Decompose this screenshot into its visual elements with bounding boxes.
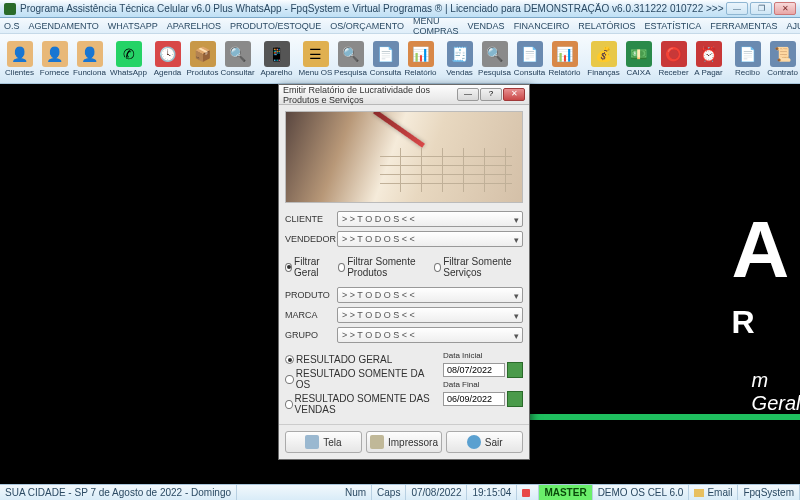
pesquisa-icon: 🔍 — [482, 41, 508, 67]
toolbar-agenda[interactable]: 🕓Agenda — [150, 38, 185, 80]
radio-resultado-os[interactable]: RESULTADO SOMENTE DA OS — [285, 368, 437, 390]
filter-radio-group: Filtrar Geral Filtrar Somente Produtos F… — [285, 253, 523, 281]
radio-resultado-geral[interactable]: RESULTADO GERAL — [285, 354, 437, 365]
minimize-button[interactable]: — — [726, 2, 748, 15]
status-demo: DEMO OS CEL 6.0 — [593, 485, 690, 500]
pesquisa-icon: 🔍 — [338, 41, 364, 67]
window-title: Programa Assistência Técnica Celular v6.… — [20, 3, 726, 14]
toolbar-pesquisa[interactable]: 🔍Pesquisa — [477, 38, 512, 80]
toolbar-whatsapp[interactable]: ✆WhatsApp — [111, 38, 146, 80]
toolbar-finanças[interactable]: 💰Finanças — [586, 38, 621, 80]
marca-label: MARCA — [285, 310, 337, 320]
printer-icon — [370, 435, 384, 449]
toolbar-contrato[interactable]: 📜Contrato — [765, 38, 800, 80]
whatsapp-icon: ✆ — [116, 41, 142, 67]
menu-financeiro[interactable]: FINANCEIRO — [514, 21, 570, 31]
radio-filtrar-produtos[interactable]: Filtrar Somente Produtos — [338, 256, 428, 278]
produto-label: PRODUTO — [285, 290, 337, 300]
agenda-icon: 🕓 — [155, 41, 181, 67]
menu-compras[interactable]: MENU COMPRAS — [413, 16, 459, 36]
finanças-icon: 💰 — [591, 41, 617, 67]
vendedor-label: VENDEDOR — [285, 234, 337, 244]
dialog-minimize-button[interactable]: — — [457, 88, 479, 101]
status-num: Num — [340, 485, 372, 500]
marca-select[interactable]: > > T O D O S < < — [337, 307, 523, 323]
consulta-icon: 📄 — [373, 41, 399, 67]
menu-relatorios[interactable]: RELATÓRIOS — [578, 21, 635, 31]
toolbar-produtos[interactable]: 📦Produtos — [185, 38, 220, 80]
impressora-button[interactable]: Impressora — [366, 431, 443, 453]
radio-filtrar-geral[interactable]: Filtrar Geral — [285, 256, 332, 278]
toolbar-fornece[interactable]: 👤Fornece — [37, 38, 72, 80]
cliente-select[interactable]: > > T O D O S < < — [337, 211, 523, 227]
data-inicial-input[interactable]: 08/07/2022 — [443, 363, 505, 377]
menu-aparelhos[interactable]: APARELHOS — [167, 21, 221, 31]
toolbar-clientes[interactable]: 👤Clientes — [2, 38, 37, 80]
toolbar-caixa[interactable]: 💵CAIXA — [621, 38, 656, 80]
toolbar-menu os[interactable]: ☰Menu OS — [298, 38, 333, 80]
report-dialog: Emitir Relatório de Lucratividade dos Pr… — [278, 84, 530, 460]
toolbar-a pagar[interactable]: ⏰A Pagar — [691, 38, 726, 80]
toolbar-pesquisa[interactable]: 🔍Pesquisa — [333, 38, 368, 80]
dialog-close-button[interactable]: ✕ — [503, 88, 525, 101]
toolbar-consulta[interactable]: 📄Consulta — [368, 38, 403, 80]
toolbar-relatório[interactable]: 📊Relatório — [403, 38, 438, 80]
menu-agendamento[interactable]: AGENDAMENTO — [29, 21, 99, 31]
produto-select[interactable]: > > T O D O S < < — [337, 287, 523, 303]
maximize-button[interactable]: ❐ — [750, 2, 772, 15]
menu-os[interactable]: O.S — [4, 21, 20, 31]
status-email[interactable]: Email — [689, 485, 738, 500]
menu-orcamento[interactable]: OS/ORÇAMENTO — [330, 21, 404, 31]
grupo-label: GRUPO — [285, 330, 337, 340]
caixa-icon: 💵 — [626, 41, 652, 67]
workspace: ⚙⚙ C D Assist A R m Geral Emitir Relatór… — [0, 84, 800, 484]
toolbar-vendas[interactable]: 🧾Vendas — [442, 38, 477, 80]
grupo-select[interactable]: > > T O D O S < < — [337, 327, 523, 343]
radio-filtrar-servicos[interactable]: Filtrar Somente Serviços — [434, 256, 523, 278]
consultar-icon: 🔍 — [225, 41, 251, 67]
toolbar-relatório[interactable]: 📊Relatório — [547, 38, 582, 80]
clientes-icon: 👤 — [7, 41, 33, 67]
calendar-icon[interactable] — [507, 362, 523, 378]
toolbar-aparelho[interactable]: 📱Aparelho — [259, 38, 294, 80]
status-master: MASTER — [539, 485, 592, 500]
vendedor-select[interactable]: > > T O D O S < < — [337, 231, 523, 247]
calendar-icon[interactable] — [507, 391, 523, 407]
dialog-help-button[interactable]: ? — [480, 88, 502, 101]
status-date: 07/08/2022 — [406, 485, 467, 500]
a pagar-icon: ⏰ — [696, 41, 722, 67]
dialog-titlebar: Emitir Relatório de Lucratividade dos Pr… — [279, 85, 529, 105]
tela-button[interactable]: Tela — [285, 431, 362, 453]
menu-estatistica[interactable]: ESTATÍSTICA — [645, 21, 702, 31]
dialog-image — [285, 111, 523, 203]
fornece-icon: 👤 — [42, 41, 68, 67]
sair-button[interactable]: Sair — [446, 431, 523, 453]
app-icon — [4, 3, 16, 15]
status-city: SUA CIDADE - SP 7 de Agosto de 2022 - Do… — [0, 485, 237, 500]
menu-ferramentas[interactable]: FERRAMENTAS — [710, 21, 777, 31]
produtos-icon: 📦 — [190, 41, 216, 67]
toolbar-recibo[interactable]: 📄Recibo — [730, 38, 765, 80]
menu-produto[interactable]: PRODUTO/ESTOQUE — [230, 21, 321, 31]
close-button[interactable]: ✕ — [774, 2, 796, 15]
menu-vendas[interactable]: VENDAS — [468, 21, 505, 31]
toolbar: 👤Clientes👤Fornece👤Funciona✆WhatsApp🕓Agen… — [0, 34, 800, 84]
toolbar-funciona[interactable]: 👤Funciona — [72, 38, 107, 80]
toolbar-consultar[interactable]: 🔍Consultar — [220, 38, 255, 80]
data-final-input[interactable]: 06/09/2022 — [443, 392, 505, 406]
exit-icon — [467, 435, 481, 449]
toolbar-receber[interactable]: ⭕Receber — [656, 38, 691, 80]
consulta-icon: 📄 — [517, 41, 543, 67]
menu os-icon: ☰ — [303, 41, 329, 67]
recibo-icon: 📄 — [735, 41, 761, 67]
funciona-icon: 👤 — [77, 41, 103, 67]
menu-whatsapp[interactable]: WHATSAPP — [108, 21, 158, 31]
menu-ajuda[interactable]: AJUDA — [787, 21, 800, 31]
status-fpq[interactable]: FpqSystem — [738, 485, 800, 500]
radio-resultado-vendas[interactable]: RESULTADO SOMENTE DAS VENDAS — [285, 393, 437, 415]
window-titlebar: Programa Assistência Técnica Celular v6.… — [0, 0, 800, 18]
toolbar-consulta[interactable]: 📄Consulta — [512, 38, 547, 80]
data-inicial-label: Data Inicial — [443, 351, 523, 360]
relatório-icon: 📊 — [552, 41, 578, 67]
status-time: 19:15:04 — [467, 485, 517, 500]
